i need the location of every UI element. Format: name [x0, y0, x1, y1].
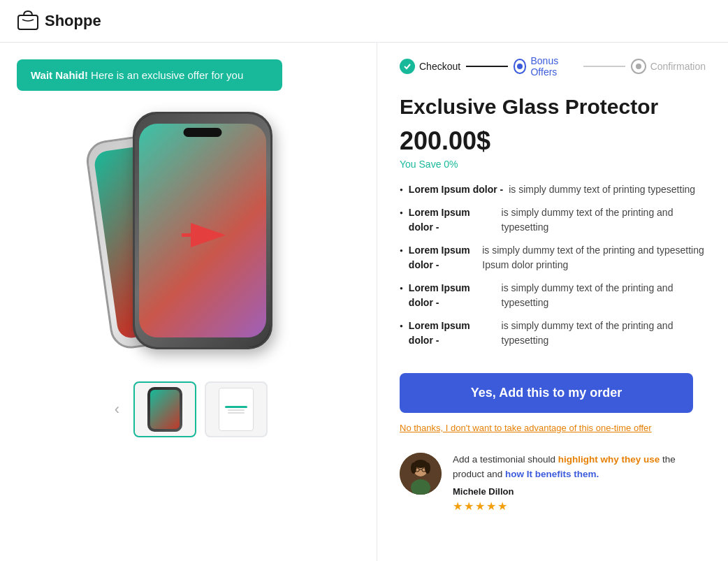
thumbnail-1[interactable]: [133, 381, 196, 437]
step-confirmation-circle: [631, 59, 646, 74]
svg-rect-0: [18, 15, 38, 29]
testimonial-text: Add a testimonial should highlight why t…: [453, 453, 693, 482]
logo-area: Shoppe: [17, 10, 101, 32]
star-rating: ★ ★ ★ ★ ★: [453, 500, 693, 513]
feature-3-bold: Lorem Ipsum dolor -: [409, 243, 476, 272]
feature-5-text: is simply dummy text of the printing and…: [502, 319, 706, 348]
star-3: ★: [475, 500, 485, 513]
thumbnail-2[interactable]: [205, 381, 268, 437]
feature-2-bold: Lorem Ipsum dolor -: [409, 205, 496, 235]
step-bonus-label: Bonus Offers: [530, 55, 578, 78]
feature-item-5: Lorem Ipsum dolor - is simply dummy text…: [400, 319, 706, 348]
star-2: ★: [464, 500, 474, 513]
prev-button[interactable]: ‹: [109, 400, 125, 418]
testimonial-highlight2: how It benefits them.: [505, 469, 599, 479]
arrow-indicator: [182, 219, 231, 257]
star-4: ★: [486, 500, 496, 513]
product-title: Exclusive Glass Protector: [400, 94, 706, 119]
feature-3-text: is simply dummy text of the printing and…: [482, 243, 706, 272]
product-price: 200.00$: [400, 126, 706, 156]
thumbnails: ‹: [17, 381, 360, 437]
right-panel: Checkout Bonus Offers Confirmation Exclu…: [377, 43, 728, 561]
testimonial: Add a testimonial should highlight why t…: [400, 453, 693, 513]
thumb-line-2: [228, 409, 245, 411]
feature-4-bold: Lorem Ipsum dolor -: [409, 281, 496, 310]
step-line-1: [466, 66, 507, 67]
left-panel: Wait Nahid! Here is an exclusive offer f…: [0, 43, 377, 561]
testimonial-content: Add a testimonial should highlight why t…: [453, 453, 693, 513]
product-image-area: [17, 105, 360, 370]
logo-text: Shoppe: [45, 12, 101, 30]
feature-item-4: Lorem Ipsum dolor - is simply dummy text…: [400, 281, 706, 310]
feature-1-text: is simply dummy text of printing typeset…: [509, 182, 695, 197]
thumb-box-mini: [219, 388, 254, 431]
testimonial-text-part1: Add a testimonial should: [453, 454, 558, 465]
step-checkout: Checkout: [400, 59, 460, 74]
testimonial-name: Michele Dillon: [453, 486, 693, 497]
step-bonus-circle: [514, 59, 527, 74]
feature-item-1: Lorem Ipsum dolor - is simply dummy text…: [400, 182, 706, 197]
step-confirmation-label: Confirmation: [650, 61, 706, 72]
step-line-2: [583, 66, 625, 67]
feature-2-text: is simply dummy text of the printing and…: [502, 205, 706, 235]
feature-item-2: Lorem Ipsum dolor - is simply dummy text…: [400, 205, 706, 235]
feature-5-bold: Lorem Ipsum dolor -: [409, 319, 496, 348]
main-layout: Wait Nahid! Here is an exclusive offer f…: [0, 43, 728, 561]
you-save: You Save 0%: [400, 159, 706, 170]
exclusive-banner: Wait Nahid! Here is an exclusive offer f…: [17, 59, 282, 91]
testimonial-avatar: [400, 453, 442, 495]
step-checkout-label: Checkout: [419, 61, 460, 72]
step-confirmation: Confirmation: [631, 59, 706, 74]
step-bonus: Bonus Offers: [514, 55, 578, 78]
thumb-phone-mini: [147, 387, 182, 432]
testimonial-highlight1: highlight why they use: [558, 454, 660, 465]
phone-front-notch: [183, 128, 221, 137]
banner-suffix: Here is an exclusive offer for you: [91, 69, 243, 81]
add-order-button[interactable]: Yes, Add this to my order: [400, 373, 693, 413]
feature-list: Lorem Ipsum dolor - is simply dummy text…: [400, 182, 706, 356]
no-thanks-link[interactable]: No thanks, I don't want to take advantag…: [400, 423, 706, 433]
star-5: ★: [497, 500, 507, 513]
logo-icon: [17, 10, 39, 32]
feature-4-text: is simply dummy text of the printing and…: [502, 281, 706, 310]
feature-item-3: Lorem Ipsum dolor - is simply dummy text…: [400, 243, 706, 272]
star-1: ★: [453, 500, 463, 513]
avatar-svg: [400, 453, 442, 495]
thumb-line-1: [225, 406, 247, 408]
feature-1-bold: Lorem Ipsum dolor -: [409, 182, 503, 197]
step-checkout-circle: [400, 59, 415, 74]
steps-bar: Checkout Bonus Offers Confirmation: [400, 43, 706, 94]
banner-name: Wait Nahid!: [31, 69, 88, 81]
thumb-line-3: [228, 412, 245, 414]
header: Shoppe: [0, 0, 728, 43]
